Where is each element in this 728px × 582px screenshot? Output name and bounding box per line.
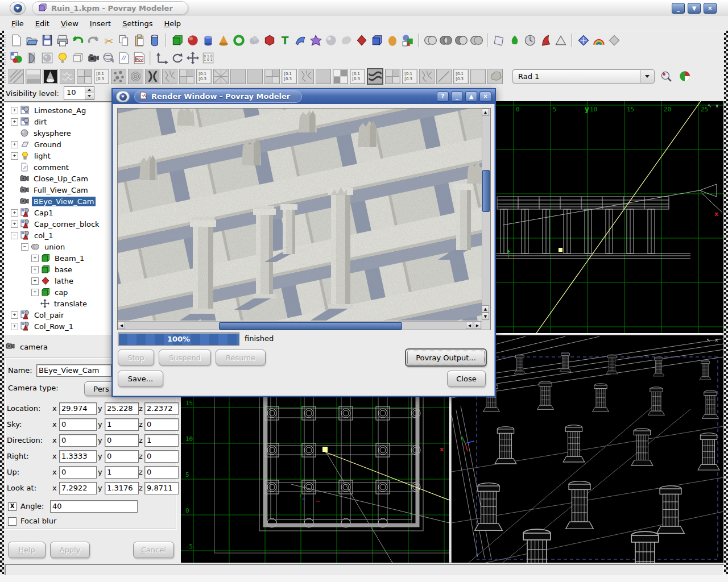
csg-difference-icon[interactable] (453, 33, 469, 48)
viewport-maximize-icon[interactable]: ↖ (708, 103, 712, 109)
location-y-field[interactable]: 25.228 (105, 402, 139, 415)
expand-icon[interactable]: + (11, 209, 18, 217)
scale-icon[interactable] (185, 51, 200, 66)
new-file-icon[interactable] (9, 33, 24, 48)
save-button[interactable]: Save... (118, 371, 163, 387)
comment-icon[interactable]: // (116, 51, 131, 66)
menu-view[interactable]: View (55, 18, 84, 30)
spin-up-icon[interactable] (85, 87, 94, 93)
viewport-maximize-icon[interactable]: ↖ (706, 337, 711, 343)
prism-icon[interactable] (369, 33, 384, 48)
open-file-icon[interactable] (24, 33, 39, 48)
sphere-icon[interactable] (185, 33, 200, 48)
right-x-field[interactable]: 1.3333 (59, 450, 97, 463)
dialog-minimize-button[interactable]: _ (451, 92, 463, 102)
csg-merge-icon[interactable] (469, 33, 484, 48)
dialog-shade-button[interactable]: ▲ (465, 92, 477, 102)
viewport-close-icon[interactable]: x (715, 103, 719, 109)
bicubic-patch-icon[interactable] (292, 33, 308, 48)
angle-field[interactable]: 40 (50, 500, 138, 513)
render-preview-icon[interactable] (658, 69, 673, 84)
surface-of-revolution-icon[interactable] (384, 33, 400, 48)
solid-icon[interactable] (316, 69, 331, 84)
cut-icon[interactable]: ✂ (101, 33, 116, 48)
expand-icon[interactable]: + (11, 141, 18, 148)
horizontal-scrollbar[interactable]: ◀ ◀ ▶ (118, 321, 482, 330)
net-icon[interactable] (213, 69, 229, 84)
light-source-icon[interactable] (55, 51, 70, 66)
visibility-value[interactable]: 10 (64, 87, 85, 99)
gradient-icon[interactable] (26, 69, 41, 84)
plain-icon[interactable] (470, 69, 486, 84)
right-y-field[interactable]: 0 (105, 450, 139, 463)
pigment-blob-icon[interactable] (487, 69, 503, 84)
paste-icon[interactable] (131, 33, 147, 48)
blob-icon[interactable] (246, 33, 262, 48)
leopard-icon[interactable] (111, 69, 126, 84)
window-menu-button[interactable] (10, 2, 26, 15)
translate-icon[interactable] (154, 51, 169, 66)
color-list-icon[interactable]: [0.1[0.3 (196, 69, 212, 84)
color-list-icon[interactable]: [0.1[0.3 (453, 69, 469, 84)
slope-icon[interactable] (436, 69, 452, 84)
look_at-z-field[interactable]: 9.8711 (144, 482, 179, 494)
color-list-icon[interactable]: [0.1[0.3 (350, 69, 365, 84)
resume-button[interactable]: Resume (216, 350, 266, 365)
expand-icon[interactable]: + (11, 323, 18, 330)
julia-fractal-icon[interactable] (308, 33, 323, 48)
agate-icon[interactable] (9, 69, 24, 84)
solid-icon[interactable] (247, 69, 263, 84)
panes-icon[interactable] (77, 69, 92, 84)
maximize-button[interactable]: ▼ (688, 3, 701, 14)
torus-icon[interactable] (231, 33, 246, 48)
menu-insert[interactable]: Insert (84, 18, 117, 30)
look_at-x-field[interactable]: 7.2922 (59, 482, 97, 494)
look_at-y-field[interactable]: 1.3176 (105, 482, 139, 494)
redo-icon[interactable] (85, 33, 101, 48)
stop-button[interactable]: Stop (118, 350, 154, 365)
close-button[interactable]: Close (447, 371, 486, 387)
expand-icon[interactable]: + (31, 255, 39, 262)
crackle-icon[interactable] (299, 69, 314, 84)
save-file-icon[interactable] (39, 33, 55, 48)
texture-icon[interactable] (9, 51, 24, 66)
radiosity-combobox-value[interactable]: Rad 1 (512, 69, 640, 84)
plane-icon[interactable] (491, 33, 507, 48)
rainbow-icon[interactable] (591, 33, 606, 48)
expand-icon[interactable]: + (31, 277, 39, 285)
color-list-icon[interactable]: [0.1[0.3 (402, 69, 417, 84)
close-button[interactable]: × (704, 3, 717, 14)
box-icon[interactable] (169, 33, 185, 48)
lathe-icon[interactable] (354, 33, 369, 48)
height-field-icon[interactable] (537, 33, 553, 48)
povray-output-button[interactable]: Povray Output... (405, 348, 487, 367)
global-settings-icon[interactable] (101, 51, 116, 66)
expand-icon[interactable]: + (11, 221, 18, 228)
render-view[interactable]: ▲ ▲ ▼ ◀ ◀ ▶ (117, 108, 491, 330)
rotate-icon[interactable] (169, 51, 185, 66)
menu-file[interactable]: File (6, 18, 30, 30)
bands-icon[interactable] (145, 69, 160, 84)
scroll-left-icon[interactable]: ◀ (118, 322, 125, 329)
focal-blur-checkbox[interactable] (8, 517, 16, 526)
fog-icon[interactable] (606, 33, 622, 48)
help-button[interactable]: Help (8, 542, 46, 558)
location-x-field[interactable]: 29.974 (59, 402, 97, 415)
triangle-icon[interactable] (553, 33, 568, 48)
up-z-field[interactable]: 0 (144, 466, 179, 479)
pigment-icon[interactable] (24, 51, 39, 66)
print-icon[interactable] (55, 33, 70, 48)
scroll-right-icon[interactable]: ▶ (474, 322, 481, 329)
apply-button[interactable]: Apply (50, 542, 90, 558)
color-list-icon[interactable]: [0.1[0.3 (282, 69, 297, 84)
undo-icon[interactable] (70, 33, 85, 48)
scroll-left-icon[interactable]: ◀ (466, 322, 473, 329)
transform-matrix-icon[interactable]: 0 1 01 0 1 (200, 51, 216, 66)
sky-y-field[interactable]: 1 (105, 418, 139, 431)
expand-icon[interactable]: + (31, 289, 39, 296)
granite-icon[interactable] (60, 69, 75, 84)
dialog-menu-button[interactable] (116, 91, 130, 102)
minimize-button[interactable]: _ (672, 3, 685, 14)
csg-intersection-icon[interactable] (438, 33, 453, 48)
panes-icon[interactable] (385, 69, 400, 84)
